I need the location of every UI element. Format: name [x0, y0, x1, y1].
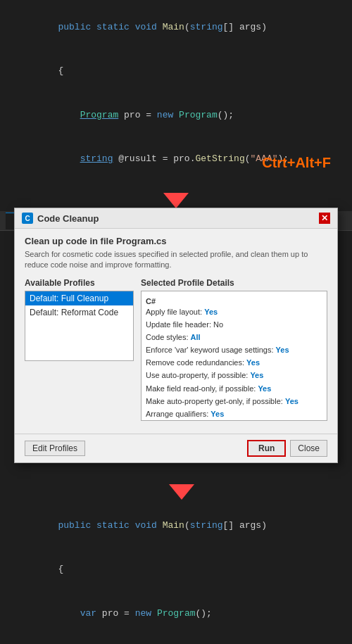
detail-field-readonly: Make field read-only, if possible: Yes: [146, 382, 322, 395]
code-cleanup-dialog: C Code Cleanup ✕ Clean up code in file P…: [14, 208, 338, 463]
profile-item-reformat[interactable]: Default: Reformat Code: [25, 305, 133, 320]
detail-arrange-qualifiers: Arrange qualifiers: Yes: [146, 408, 322, 420]
big-down-arrow-icon: [163, 193, 189, 208]
dialog-description: Search for cosmetic code issues specifie…: [25, 249, 327, 271]
detail-update-header: Update file header: No: [146, 318, 322, 331]
code-line: {: [11, 49, 352, 93]
code-line: var pro = new Program();: [11, 592, 352, 636]
profiles-header: Available Profiles: [25, 278, 134, 288]
bottom-arrow-container: [11, 484, 352, 500]
dialog-icon: C: [22, 213, 33, 224]
detail-code-styles: Code styles: All: [146, 331, 322, 343]
detail-auto-property-get-only: Make auto-property get-only, if possible…: [146, 395, 322, 408]
dialog-title: Code Cleanup: [37, 213, 99, 224]
detail-apply-layout: Apply file layout: Yes: [146, 305, 322, 318]
run-button[interactable]: Run: [247, 440, 286, 457]
detail-var-keyword: Enforce 'var' keyword usage settings: Ye…: [146, 343, 322, 356]
code-line: Console.WriteLine(@rusult);: [11, 182, 352, 190]
profiles-column: Available Profiles Default: Full Cleanup…: [25, 278, 134, 421]
dialog-columns: Available Profiles Default: Full Cleanup…: [25, 278, 327, 421]
dialog-title-left: C Code Cleanup: [22, 213, 99, 224]
edit-profiles-button[interactable]: Edit Profiles: [25, 441, 85, 456]
profile-details: C# Apply file layout: Yes Update file he…: [141, 291, 327, 421]
detail-auto-property: Use auto-property, if possible: Yes: [146, 369, 322, 381]
dialog-footer: Edit Profiles Run Close: [15, 434, 337, 462]
code-line: public static void Main(string[] args): [11, 6, 352, 49]
dialog-action-buttons: Run Close: [247, 440, 327, 457]
profile-item-full-cleanup[interactable]: Default: Full Cleanup: [25, 291, 133, 305]
detail-fix-type-refs: Fix built-in type references: Yes: [146, 420, 322, 421]
top-code-section: public static void Main(string[] args) {…: [0, 0, 352, 190]
bottom-down-arrow-icon: [169, 484, 194, 500]
dialog-subtitle: Clean up code in file Program.cs: [25, 236, 327, 246]
code-line: {: [11, 548, 352, 591]
code-line: public static void Main(string[] args): [11, 504, 352, 548]
dialog-content: Clean up code in file Program.cs Search …: [15, 229, 337, 434]
code-line: Program pro = new Program();: [11, 94, 352, 137]
details-header: Selected Profile Details: [141, 278, 327, 288]
detail-remove-redundancies: Remove code redundancies: Yes: [146, 356, 322, 369]
dialog-titlebar: C Code Cleanup ✕: [15, 208, 337, 229]
close-dialog-button[interactable]: Close: [290, 440, 327, 457]
bottom-code-section: public static void Main(string[] args) {…: [0, 479, 352, 644]
profile-list[interactable]: Default: Full Cleanup Default: Reformat …: [25, 291, 134, 361]
details-column: Selected Profile Details C# Apply file l…: [141, 278, 327, 421]
dialog-close-button[interactable]: ✕: [319, 213, 330, 224]
details-section-csharp: C#: [146, 297, 322, 305]
shortcut-label: Ctrt+Alt+F: [262, 151, 331, 174]
code-line: var @rusult = pro.GetString("AAA");: [11, 636, 352, 644]
